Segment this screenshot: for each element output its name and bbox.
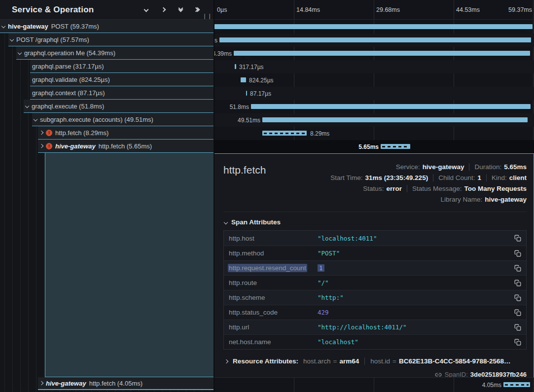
trace-viewer: Service & Operation ❘❘ hive-gateway POST… — [0, 0, 534, 392]
resource-attr-value: arm64 — [339, 357, 359, 365]
copy-icon[interactable] — [514, 279, 522, 287]
tree-row-post-graphql[interactable]: POST /graphql (57.57ms) — [0, 33, 214, 46]
span-bar[interactable] — [503, 382, 530, 387]
meta-value: error — [386, 185, 402, 192]
copy-icon[interactable] — [514, 234, 522, 242]
span-bar[interactable] — [246, 91, 247, 96]
chevron-down-icon[interactable] — [18, 51, 22, 55]
span-bar[interactable] — [235, 64, 236, 69]
detail-header: http.fetch Service: hive-gateway Duratio… — [223, 161, 527, 205]
service-name: hive-gateway — [8, 23, 48, 30]
attr-row: http.method "POST" — [224, 246, 526, 260]
meta-value: hive-gateway — [423, 163, 464, 171]
tree-row-http-fetch-8ms[interactable]: ! http.fetch (8.29ms) — [0, 126, 214, 140]
tree-row-graphql-context[interactable]: graphql.context (87.17µs) — [0, 86, 214, 100]
chevron-right-icon[interactable] — [39, 144, 43, 148]
span-bar[interactable] — [234, 51, 530, 56]
resource-attr-key: host.id — [370, 357, 390, 365]
resource-attr-value: BC62E13B-C4CC-5854-9788-2568… — [399, 357, 511, 365]
copy-icon[interactable] — [514, 294, 522, 302]
timeline-row-graphql-operation[interactable]: 54.39ms — [214, 47, 534, 60]
timeline-axis: 0µs 14.84ms 29.68ms 44.53ms 59.37ms — [214, 0, 534, 20]
resource-attributes-row[interactable]: Resource Attributes: host.arch = arm64 h… — [225, 357, 527, 365]
copy-icon[interactable] — [514, 338, 522, 346]
span-bar[interactable] — [262, 117, 528, 122]
attr-key: http.request.resend_count — [229, 264, 318, 272]
equals-sign: = — [392, 357, 396, 365]
meta-label: Child Count: — [438, 174, 475, 181]
span-name: graphql.validate (824.25µs) — [32, 76, 110, 83]
timeline-row-graphql-context[interactable]: 87.17µs — [214, 87, 534, 100]
attr-value: "localhost:4011" — [318, 235, 514, 242]
tree-row-hive-gateway-post[interactable]: hive-gateway POST (59.37ms) — [0, 20, 214, 33]
expand-all-icon[interactable] — [194, 6, 202, 14]
tree-row-graphql-parse[interactable]: graphql.parse (317.17µs) — [0, 60, 214, 73]
tree-row-http-fetch-4ms[interactable]: hive-gateway http.fetch (4.05ms) — [0, 377, 214, 390]
timeline-row-graphql-execute[interactable]: 51.8ms — [214, 100, 534, 113]
collapse-all-icon[interactable] — [177, 6, 184, 14]
span-id-label: SpanID: — [445, 371, 468, 378]
link-icon[interactable] — [435, 371, 442, 378]
span-name: http.fetch (4.05ms) — [89, 380, 142, 387]
expand-one-icon[interactable] — [159, 6, 167, 14]
attr-value: "http:" — [318, 294, 514, 301]
timeline-row-http-fetch-5ms-selected[interactable]: 5.65ms — [214, 140, 534, 153]
tree-row-graphql-execute[interactable]: graphql.execute (51.8ms) — [0, 100, 214, 113]
duration-label: 54.39ms — [214, 50, 232, 57]
timeline-row-post-graphql[interactable]: 57.57ms — [214, 34, 534, 47]
tree-row-subgraph-execute[interactable]: subgraph.execute (accounts) (49.51ms) — [0, 113, 214, 126]
attr-value: "POST" — [318, 249, 514, 257]
attr-row: net.host.name "localhost" — [224, 334, 526, 349]
duration-label: 49.51ms — [238, 117, 260, 124]
span-bar[interactable] — [381, 144, 410, 149]
attr-row: http.scheme "http:" — [224, 290, 526, 305]
duration-label: 57.57ms — [214, 37, 217, 44]
copy-icon[interactable] — [514, 323, 522, 331]
chevron-down-icon[interactable] — [1, 24, 5, 28]
attr-key: http.host — [229, 235, 318, 242]
chevron-right-icon[interactable] — [39, 131, 43, 135]
chevron-down-icon[interactable] — [34, 117, 37, 121]
meta-value: 1 — [477, 174, 481, 181]
duration-label: 5.65ms — [358, 143, 379, 150]
duration-label: 51.8ms — [230, 104, 249, 110]
span-bar[interactable] — [251, 104, 531, 109]
axis-tick: 14.84ms — [296, 6, 320, 13]
attr-row: http.route "/" — [224, 275, 526, 290]
axis-tick: 44.53ms — [456, 6, 480, 13]
copy-icon[interactable] — [514, 309, 522, 317]
span-bar[interactable] — [219, 37, 531, 42]
span-name: http.fetch (5.65ms) — [99, 143, 152, 150]
copy-icon[interactable] — [514, 249, 522, 257]
timeline-row-hive-gateway-post[interactable] — [214, 20, 534, 34]
collapse-one-icon[interactable] — [142, 6, 150, 14]
span-attributes-header[interactable]: Span Attributes — [224, 218, 527, 226]
meta-label: Service: — [396, 163, 420, 171]
timeline-row-graphql-validate[interactable]: 824.25µs — [214, 73, 534, 87]
chevron-down-icon[interactable] — [10, 37, 14, 41]
panel-resize-handle[interactable]: ❘❘ — [203, 13, 213, 19]
resource-attr-key: host.arch — [303, 357, 331, 365]
span-bar[interactable] — [214, 24, 533, 29]
timeline-row-subgraph-execute[interactable]: 49.51ms — [214, 113, 534, 127]
timeline-row-http-fetch-4ms[interactable]: 4.05ms — [214, 378, 534, 392]
tree-row-http-fetch-5ms-selected[interactable]: ! hive-gateway http.fetch (5.65ms) — [0, 140, 214, 153]
tree-row-graphql-validate[interactable]: graphql.validate (824.25µs) — [0, 73, 214, 86]
meta-label: Status Message: — [412, 185, 462, 192]
chevron-right-icon[interactable] — [39, 381, 43, 385]
axis-tick: 59.37ms — [508, 6, 532, 13]
span-name: http.fetch (8.29ms) — [55, 129, 108, 137]
tree-header-title: Service & Operation — [12, 5, 94, 15]
duration-label: 824.25µs — [249, 77, 274, 84]
span-bar[interactable] — [241, 77, 246, 82]
chevron-down-icon[interactable] — [25, 104, 29, 108]
span-bar[interactable] — [262, 131, 307, 136]
timeline-row-graphql-parse[interactable]: 317.17µs — [214, 60, 534, 73]
timeline-row-http-fetch-8ms[interactable]: 8.29ms — [214, 127, 534, 140]
meta-value: client — [509, 174, 527, 181]
attr-key: net.host.name — [229, 338, 318, 346]
span-id-value: 3de02518937fb246 — [470, 371, 527, 378]
tree-row-graphql-operation[interactable]: graphql.operation Me (54.39ms) — [0, 46, 214, 60]
copy-icon[interactable] — [514, 264, 522, 272]
attr-key: http.url — [229, 323, 318, 331]
